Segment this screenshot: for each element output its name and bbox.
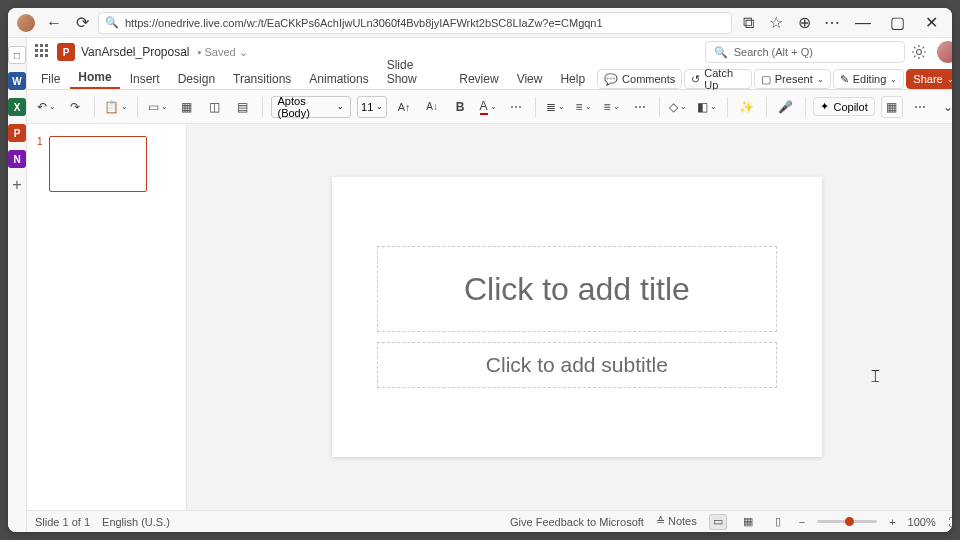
fit-button[interactable]: ⛶	[948, 516, 952, 528]
nav-refresh-button[interactable]: ⟳	[70, 11, 94, 35]
undo-button[interactable]: ↶⌄	[35, 96, 58, 118]
tab-transitions[interactable]: Transitions	[225, 69, 299, 89]
rail-word-icon[interactable]: W	[8, 72, 26, 90]
sorter-view-button[interactable]: ▦	[739, 514, 757, 530]
addins-button[interactable]: ▦	[881, 96, 903, 118]
nav-back-button[interactable]: ←	[42, 11, 66, 35]
language-status[interactable]: English (U.S.)	[102, 516, 170, 528]
font-color-button[interactable]: A⌄	[477, 96, 499, 118]
ribbon-more-button[interactable]: ⋯	[909, 96, 931, 118]
font-select[interactable]: Aptos (Body)⌄	[271, 96, 352, 118]
align-button[interactable]: ≡⌄	[601, 96, 623, 118]
browser-toolbar: ← ⟳ 🔍 https://onedrive.live.com/w:/t/EaC…	[8, 8, 952, 38]
rail-onenote-icon[interactable]: N	[8, 150, 26, 168]
user-avatar[interactable]	[937, 41, 952, 63]
zoom-in-button[interactable]: +	[889, 516, 895, 528]
lock-icon: 🔍	[105, 16, 119, 29]
catchup-button[interactable]: ↺ Catch Up	[684, 69, 751, 89]
reading-view-button[interactable]: ▯	[769, 514, 787, 530]
reset-button[interactable]: ◫	[204, 96, 226, 118]
rail-excel-icon[interactable]: X	[8, 98, 26, 116]
profile-avatar[interactable]	[14, 11, 38, 35]
settings-icon[interactable]	[911, 44, 927, 60]
powerpoint-badge-icon: P	[57, 43, 75, 61]
collections-icon[interactable]: ⊕	[792, 11, 816, 35]
zoom-out-button[interactable]: −	[799, 516, 805, 528]
dictate-button[interactable]: 🎤	[775, 96, 797, 118]
tab-help[interactable]: Help	[552, 69, 593, 89]
slide-thumbnail[interactable]	[49, 136, 147, 192]
normal-view-button[interactable]: ▭	[709, 514, 727, 530]
browser-menu-icon[interactable]: ⋯	[820, 11, 844, 35]
app-rail: □ W X P N +	[8, 38, 27, 532]
numbering-button[interactable]: ≡⌄	[573, 96, 595, 118]
ribbon-collapse-button[interactable]: ⌄	[937, 96, 952, 118]
present-button[interactable]: ▢ Present⌄	[754, 69, 831, 89]
read-aloud-icon[interactable]: ⧉	[736, 11, 760, 35]
new-slide-button[interactable]: ▭⌄	[146, 96, 169, 118]
browser-window: ← ⟳ 🔍 https://onedrive.live.com/w:/t/EaC…	[8, 8, 952, 532]
zoom-level[interactable]: 100%	[908, 516, 936, 528]
feedback-link[interactable]: Give Feedback to Microsoft	[510, 516, 644, 528]
paste-button[interactable]: 📋⌄	[102, 96, 129, 118]
tab-home[interactable]: Home	[70, 67, 119, 89]
slide-panel: 1	[27, 124, 187, 510]
more-para-button[interactable]: ⋯	[629, 96, 651, 118]
font-size-select[interactable]: 11⌄	[357, 96, 387, 118]
section-button[interactable]: ▤	[232, 96, 254, 118]
tab-design[interactable]: Design	[170, 69, 223, 89]
app-launcher-icon[interactable]	[35, 44, 51, 60]
svg-point-0	[916, 50, 921, 55]
rail-powerpoint-icon[interactable]: P	[8, 124, 26, 142]
tab-review[interactable]: Review	[451, 69, 506, 89]
arrange-button[interactable]: ◧⌄	[695, 96, 718, 118]
search-input[interactable]: 🔍 Search (Alt + Q)	[705, 41, 905, 63]
document-name[interactable]: VanArsdel_Proposal	[81, 45, 190, 59]
address-bar[interactable]: 🔍 https://onedrive.live.com/w:/t/EaCKkPs…	[98, 12, 732, 34]
subtitle-placeholder[interactable]: Click to add subtitle	[377, 342, 777, 388]
url-text: https://onedrive.live.com/w:/t/EaCKkPs6A…	[125, 17, 603, 29]
slide-count: Slide 1 of 1	[35, 516, 90, 528]
workspace: 1 Click to add title Click to add subtit…	[27, 124, 952, 510]
status-bar: Slide 1 of 1 English (U.S.) Give Feedbac…	[27, 510, 952, 532]
search-icon: 🔍	[714, 46, 728, 59]
tab-animations[interactable]: Animations	[301, 69, 376, 89]
save-status[interactable]: • Saved ⌄	[198, 46, 248, 59]
shapes-button[interactable]: ◇⌄	[667, 96, 689, 118]
more-font-button[interactable]: ⋯	[505, 96, 527, 118]
ribbon-toolbar: ↶⌄ ↷ 📋⌄ ▭⌄ ▦ ◫ ▤ Aptos (Body)⌄ 11⌄ A↑ A↓…	[27, 90, 952, 124]
rail-home-icon[interactable]: □	[8, 46, 26, 64]
editing-mode-button[interactable]: ✎ Editing⌄	[833, 69, 905, 89]
slide-canvas-area[interactable]: Click to add title Click to add subtitle…	[187, 124, 952, 510]
share-button[interactable]: Share⌄	[906, 69, 952, 89]
favorite-icon[interactable]: ☆	[764, 11, 788, 35]
comments-button[interactable]: 💬 Comments	[597, 69, 682, 89]
bold-button[interactable]: B	[449, 96, 471, 118]
rail-add-button[interactable]: +	[12, 176, 21, 194]
slide-canvas[interactable]: Click to add title Click to add subtitle…	[332, 177, 822, 457]
bullets-button[interactable]: ≣⌄	[544, 96, 567, 118]
thumb-number: 1	[37, 136, 43, 192]
ribbon-tabs: File Home Insert Design Transitions Anim…	[27, 66, 952, 90]
title-placeholder[interactable]: Click to add title	[377, 246, 777, 332]
notes-toggle[interactable]: ≙ Notes	[656, 515, 697, 528]
window-minimize-button[interactable]: —	[848, 11, 878, 35]
redo-button[interactable]: ↷	[64, 96, 86, 118]
window-close-button[interactable]: ✕	[916, 11, 946, 35]
tab-slideshow[interactable]: Slide Show	[379, 55, 450, 89]
tab-view[interactable]: View	[509, 69, 551, 89]
tab-file[interactable]: File	[33, 69, 68, 89]
copilot-button[interactable]: ✦ Copilot	[813, 97, 874, 116]
layout-button[interactable]: ▦	[176, 96, 198, 118]
designer-button[interactable]: ✨	[736, 96, 758, 118]
app-title-bar: P VanArsdel_Proposal • Saved ⌄ 🔍 Search …	[27, 38, 952, 66]
search-placeholder: Search (Alt + Q)	[734, 46, 813, 58]
text-cursor-icon: 𝙸	[869, 366, 882, 387]
window-maximize-button[interactable]: ▢	[882, 11, 912, 35]
zoom-slider[interactable]	[817, 520, 877, 523]
tab-insert[interactable]: Insert	[122, 69, 168, 89]
increase-font-button[interactable]: A↑	[393, 96, 415, 118]
decrease-font-button[interactable]: A↓	[421, 96, 443, 118]
